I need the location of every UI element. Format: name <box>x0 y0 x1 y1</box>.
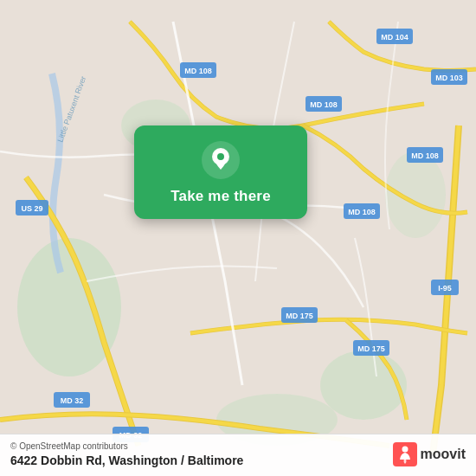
svg-text:I-95: I-95 <box>438 284 452 293</box>
svg-text:MD 108: MD 108 <box>411 151 439 160</box>
moovit-logo: moovit <box>393 442 466 466</box>
address-line: 6422 Dobbin Rd, Washington / Baltimore <box>10 453 243 467</box>
svg-text:US 29: US 29 <box>21 204 42 213</box>
location-pin-icon <box>202 141 240 179</box>
moovit-brand-icon <box>393 442 417 466</box>
svg-text:MD 108: MD 108 <box>348 208 376 216</box>
location-card[interactable]: Take me there <box>134 125 307 219</box>
svg-text:MD 108: MD 108 <box>310 100 338 109</box>
map-roads: MD 104 MD 103 MD 108 MD 108 MD 108 MD 10… <box>0 0 476 476</box>
svg-point-35 <box>402 447 408 453</box>
svg-point-1 <box>320 351 407 420</box>
svg-text:MD 103: MD 103 <box>435 74 463 82</box>
address-section: © OpenStreetMap contributors 6422 Dobbin… <box>10 441 243 467</box>
svg-point-4 <box>385 151 446 238</box>
svg-text:MD 175: MD 175 <box>286 312 313 320</box>
svg-text:MD 175: MD 175 <box>357 344 385 353</box>
take-me-there-label: Take me there <box>170 188 271 205</box>
svg-point-33 <box>217 153 224 160</box>
svg-text:MD 108: MD 108 <box>184 67 212 75</box>
map-container: MD 104 MD 103 MD 108 MD 108 MD 108 MD 10… <box>0 0 476 476</box>
moovit-label: moovit <box>421 447 466 462</box>
svg-text:MD 104: MD 104 <box>381 33 408 42</box>
svg-text:MD 32: MD 32 <box>61 396 84 405</box>
bottom-bar: © OpenStreetMap contributors 6422 Dobbin… <box>0 434 476 476</box>
osm-credit: © OpenStreetMap contributors <box>10 441 243 451</box>
